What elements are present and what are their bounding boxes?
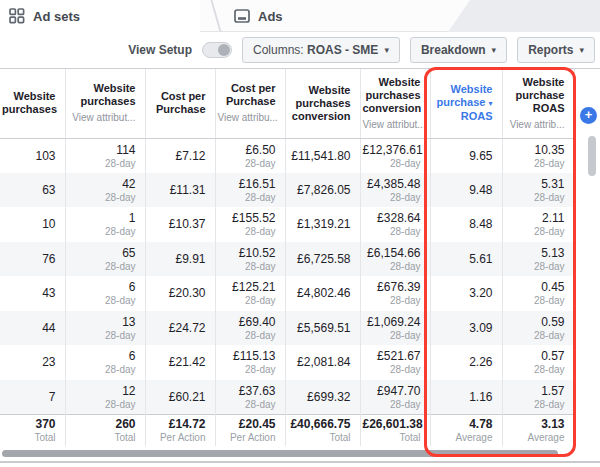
table-cell: £1,319.21 [285,207,360,242]
attribution-window-label: 28-day [363,295,421,306]
breakdown-dropdown[interactable]: Breakdown ▾ [410,37,507,63]
table-cell: £155.5228-day [215,207,285,242]
cell-value: £24.72 [148,321,206,335]
grid-icon [9,8,25,24]
table-row: 23628-day£21.42£115.1328-day£2,081.84£52… [0,345,574,380]
attribution-window-label: 28-day [68,330,136,341]
vertical-scrollbar[interactable] [588,136,596,176]
add-column-button[interactable]: + [580,107,597,124]
table-cell: £7,826.05 [285,173,360,208]
table-cell: 1328-day [65,311,145,346]
table-cell: £37.6328-day [215,380,285,415]
cell-value: 9.48 [433,183,493,197]
cell-value: 13 [68,315,136,329]
column-title: Website purchases [68,82,136,108]
column-header-3[interactable]: Cost per Purchase [145,69,215,138]
cell-value: 1.57 [505,384,565,398]
cell-value: 10 [2,217,56,231]
column-header-6[interactable]: Website purchases conversionView attribu… [360,69,430,138]
columns-value: ROAS - SME [307,43,378,57]
attribution-window-label: 28-day [218,364,276,375]
column-title: Website purchase ▾ROAS [433,83,493,123]
cell-value: £328.64 [363,211,421,225]
table-cell: £6,154.6628-day [360,242,430,277]
tab-ads[interactable]: Ads [226,0,406,32]
cell-value: 42 [68,177,136,191]
table-row: 10128-day£10.37£155.5228-day£1,319.21£32… [0,207,574,242]
horizontal-scrollbar[interactable] [2,450,558,457]
column-header-1[interactable]: Website purchases [0,69,65,138]
cell-value: 7 [2,390,56,404]
attribution-window-label: 28-day [68,295,136,306]
table-cell: 1228-day [65,380,145,415]
summary-cell: £26,601.38Total [360,414,430,446]
attribution-window-label: 28-day [505,295,565,306]
table-cell: £328.6428-day [360,207,430,242]
summary-cell: £40,666.75Total [285,414,360,446]
table-cell: 44 [0,311,65,346]
table-cell: 1.16 [430,380,502,415]
table-cell: 7 [0,380,65,415]
table-cell: £20.30 [145,276,215,311]
reports-dropdown[interactable]: Reports ▾ [517,37,595,63]
columns-dropdown[interactable]: Columns: ROAS - SME ▾ [242,37,400,63]
summary-label: Total [2,432,56,443]
cell-value: £521.67 [363,349,421,363]
summary-label: Average [433,432,493,443]
summary-label: Per Action [218,432,276,443]
cell-value: £5,569.51 [288,321,351,335]
cell-value: £6,725.58 [288,252,351,266]
table-cell: 628-day [65,276,145,311]
toolbar: View Setup Columns: ROAS - SME ▾ Breakdo… [0,32,600,68]
table-row: 43628-day£20.30£125.2128-day£4,802.46£67… [0,276,574,311]
table-cell: 128-day [65,207,145,242]
table-cell: 0.4528-day [502,276,574,311]
attribution-window-label: 28-day [68,364,136,375]
summary-label: Total [363,432,421,443]
column-header-4[interactable]: Cost per PurchaseView attribu... [215,69,285,138]
cell-value: 12 [68,384,136,398]
cell-value: £699.32 [288,390,351,404]
attribution-window-label: 28-day [505,330,565,341]
cell-value: 23 [2,355,56,369]
view-attribution-link[interactable]: View attribu... [218,111,276,124]
cell-value: £1,069.24 [363,315,421,329]
table-cell: £699.32 [285,380,360,415]
column-header-8[interactable]: Website purchase ROASView attrib... [502,69,574,138]
cell-value: 2.11 [505,211,565,225]
cell-value: 63 [2,183,56,197]
summary-value: 260 [68,417,136,431]
table-cell: £6.5028-day [215,138,285,173]
column-header-5[interactable]: Website purchases conversion [285,69,360,138]
view-setup-label: View Setup [128,43,192,57]
summary-label: Total [68,432,136,443]
table-cell: 0.5728-day [502,345,574,380]
cell-value: £11.31 [148,183,206,197]
column-header-7[interactable]: Website purchase ▾ROAS [430,69,502,138]
view-attribution-link[interactable]: View attrib... [505,118,565,131]
attribution-window-label: 28-day [363,192,421,203]
cell-value: 76 [2,252,56,266]
view-setup-toggle[interactable] [202,42,232,58]
summary-value: 4.78 [433,417,493,431]
view-attribution-link[interactable]: View attribut... [363,118,421,131]
attribution-window-label: 28-day [363,399,421,410]
cell-value: £9.91 [148,252,206,266]
attribution-window-label: 28-day [68,261,136,272]
attribution-window-label: 28-day [505,364,565,375]
cell-value: £10.52 [218,246,276,260]
table-cell: £10.37 [145,207,215,242]
column-header-2[interactable]: Website purchasesView attribut... [65,69,145,138]
table-cell: 11428-day [65,138,145,173]
attribution-window-label: 28-day [505,399,565,410]
column-title: Cost per Purchase [218,82,276,108]
table-cell: 2.26 [430,345,502,380]
view-attribution-link[interactable]: View attribut... [68,111,136,124]
tab-ad-sets[interactable]: Ad sets [0,0,200,32]
table-row: 10311428-day£7.12£6.5028-day£11,541.80£1… [0,138,574,173]
table-cell: £4,802.46 [285,276,360,311]
cell-value: £4,385.48 [363,177,421,191]
table-header: Website purchasesWebsite purchasesView a… [0,69,574,138]
cell-value: 1 [68,211,136,225]
cell-value: 5.13 [505,246,565,260]
